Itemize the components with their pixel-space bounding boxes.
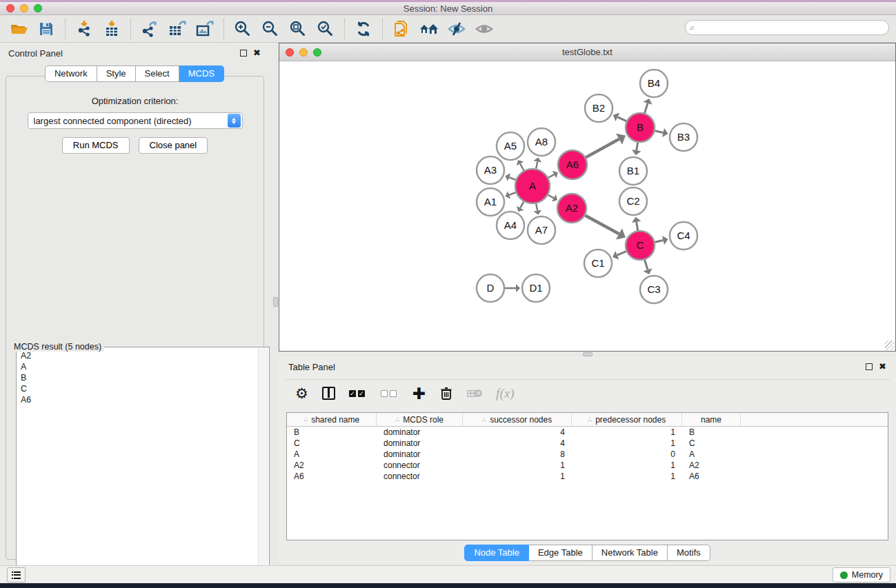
import-network-button[interactable] xyxy=(72,18,96,40)
mcds-result-item[interactable]: A2 xyxy=(18,350,257,361)
table-cell[interactable]: 8 xyxy=(463,449,572,460)
node-C4[interactable]: C4 xyxy=(670,222,697,250)
table-cell[interactable]: 4 xyxy=(463,438,572,449)
edge-A2-C[interactable] xyxy=(585,216,619,234)
column-header[interactable]: ∴predecessor nodes xyxy=(572,413,682,426)
table-cell[interactable]: dominator xyxy=(377,427,463,438)
deselect-all-button[interactable] xyxy=(381,390,399,397)
close-panel-button[interactable]: Close panel xyxy=(139,137,208,154)
node-C1[interactable]: C1 xyxy=(584,250,612,277)
node-A6[interactable]: A6 xyxy=(558,150,587,179)
edge-B-B1[interactable] xyxy=(637,143,638,150)
memory-button[interactable]: Memory xyxy=(833,567,890,582)
search-input[interactable] xyxy=(685,20,889,35)
new-network-from-selection-button[interactable] xyxy=(390,18,413,40)
table-cell[interactable]: A6 xyxy=(682,471,741,482)
save-session-button[interactable] xyxy=(34,18,58,40)
mcds-result-item[interactable]: C xyxy=(18,383,257,394)
mcds-result-item[interactable]: B xyxy=(18,372,257,383)
tab-network-table[interactable]: Network Table xyxy=(593,545,668,561)
first-neighbors-button[interactable] xyxy=(417,18,441,40)
node-C3[interactable]: C3 xyxy=(640,276,668,303)
table-cell[interactable]: 1 xyxy=(572,471,682,482)
node-B1[interactable]: B1 xyxy=(619,157,647,185)
node-B[interactable]: B xyxy=(626,113,655,142)
network-window-titlebar[interactable]: testGlobe.txt xyxy=(279,43,895,61)
edge-A-A1[interactable] xyxy=(509,192,516,195)
split-view-button[interactable] xyxy=(322,387,335,400)
node-A3[interactable]: A3 xyxy=(477,156,504,184)
close-panel-icon[interactable]: ✖ xyxy=(253,50,261,57)
edge-A-A7[interactable] xyxy=(536,203,537,210)
mcds-result-scrollbar[interactable] xyxy=(258,348,268,578)
column-header[interactable]: ∴shared name xyxy=(287,413,377,426)
edge-A-A5[interactable] xyxy=(520,163,524,170)
edge-A-A8[interactable] xyxy=(536,161,537,168)
export-table-button[interactable] xyxy=(166,18,189,40)
edge-A-A3[interactable] xyxy=(509,177,516,180)
edge-B-B4[interactable] xyxy=(645,103,648,113)
table-cell[interactable]: 4 xyxy=(463,427,572,438)
window-resize-grip[interactable] xyxy=(885,341,895,350)
table-row[interactable]: Adominator80A xyxy=(287,449,888,460)
table-cell[interactable]: B xyxy=(287,427,377,438)
edge-A-A6[interactable] xyxy=(548,174,555,178)
node-table-body[interactable]: Bdominator41BCdominator41CAdominator80AA… xyxy=(287,427,888,482)
table-row[interactable]: A2connector11A2 xyxy=(287,460,888,471)
node-B2[interactable]: B2 xyxy=(585,94,613,122)
node-table[interactable]: ∴shared name∴MCDS role∴successor nodes∴p… xyxy=(286,412,888,540)
edge-C-C3[interactable] xyxy=(645,260,648,270)
float-table-panel-icon[interactable] xyxy=(866,363,873,370)
edge-C-C4[interactable] xyxy=(655,241,663,243)
column-header[interactable]: ∴successor nodes xyxy=(463,413,572,426)
select-all-button[interactable]: ✓✓ xyxy=(349,390,367,397)
zoom-fit-button[interactable] xyxy=(286,18,310,40)
node-A2[interactable]: A2 xyxy=(557,194,586,223)
edge-A-A2[interactable] xyxy=(548,195,554,199)
vertical-splitter-handle[interactable] xyxy=(273,297,278,307)
export-network-button[interactable] xyxy=(138,18,161,40)
table-row[interactable]: Cdominator41C xyxy=(287,438,888,449)
network-canvas[interactable]: AA1A2A3A4A5A6A7A8BB1B2B3B4CC1C2C3C4DD1 xyxy=(279,61,895,351)
table-settings-button[interactable]: ⚙ xyxy=(295,385,308,402)
node-C2[interactable]: C2 xyxy=(619,187,647,215)
edge-C-C1[interactable] xyxy=(617,252,626,256)
edge-B-B2[interactable] xyxy=(617,117,626,121)
node-A1[interactable]: A1 xyxy=(477,188,504,216)
table-cell[interactable]: A xyxy=(682,449,741,460)
node-A8[interactable]: A8 xyxy=(528,128,555,156)
tab-motifs[interactable]: Motifs xyxy=(668,545,710,561)
refresh-button[interactable] xyxy=(352,18,375,40)
table-cell[interactable]: A xyxy=(287,449,377,460)
table-cell[interactable]: C xyxy=(287,438,377,449)
table-cell[interactable]: A2 xyxy=(287,460,377,471)
node-A5[interactable]: A5 xyxy=(497,132,524,160)
tab-node-table[interactable]: Node Table xyxy=(464,545,529,561)
tab-network[interactable]: Network xyxy=(45,65,97,82)
network-graph[interactable]: AA1A2A3A4A5A6A7A8BB1B2B3B4CC1C2C3C4DD1 xyxy=(279,61,895,351)
mcds-result-item[interactable]: A xyxy=(18,361,257,372)
node-table-header[interactable]: ∴shared name∴MCDS role∴successor nodes∴p… xyxy=(287,413,888,427)
column-header[interactable]: ∴MCDS role xyxy=(377,413,463,426)
add-column-button[interactable]: ✚ xyxy=(412,387,426,401)
table-cell[interactable]: dominator xyxy=(377,438,463,449)
table-cell[interactable]: 1 xyxy=(572,438,682,449)
table-cell[interactable]: 1 xyxy=(463,471,572,482)
table-row[interactable]: Bdominator41B xyxy=(287,427,888,438)
edge-A-A4[interactable] xyxy=(520,202,524,208)
node-A[interactable]: A xyxy=(515,169,550,203)
edge-B-B3[interactable] xyxy=(655,131,663,133)
table-cell[interactable]: 1 xyxy=(463,460,572,471)
edge-A6-B[interactable] xyxy=(586,139,619,158)
show-all-button[interactable] xyxy=(472,18,496,40)
export-image-button[interactable] xyxy=(193,18,217,40)
table-cell[interactable]: C xyxy=(682,438,741,449)
mcds-result-list[interactable]: A2ABCA6 xyxy=(18,350,257,578)
tab-mcds[interactable]: MCDS xyxy=(179,65,224,82)
horizontal-splitter-handle[interactable] xyxy=(583,352,593,356)
import-table-button[interactable] xyxy=(100,18,123,40)
node-A4[interactable]: A4 xyxy=(497,212,524,239)
tab-style[interactable]: Style xyxy=(97,65,136,82)
table-cell[interactable]: A6 xyxy=(287,471,377,482)
zoom-in-button[interactable] xyxy=(231,18,255,40)
